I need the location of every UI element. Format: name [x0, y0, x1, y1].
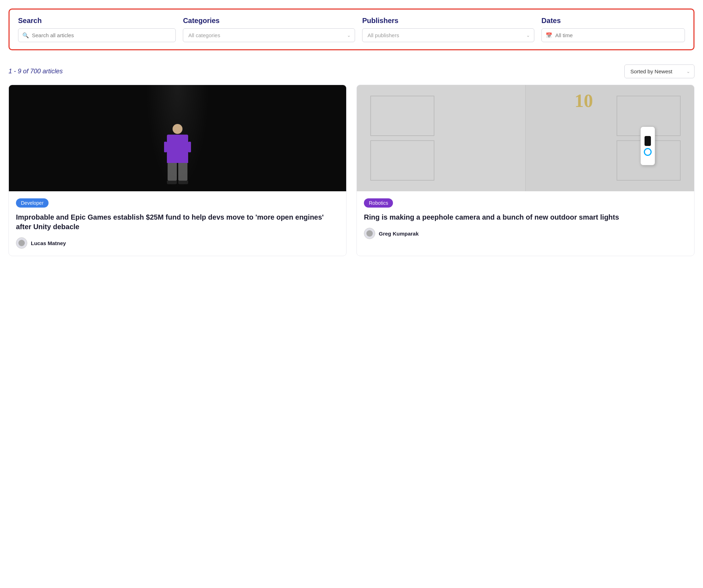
article-author: Lucas Matney — [16, 237, 339, 249]
door-scene: 10 — [357, 85, 694, 191]
article-card[interactable]: Developer Improbable and Epic Games esta… — [9, 85, 347, 256]
articles-grid: Developer Improbable and Epic Games esta… — [9, 85, 694, 256]
article-author: Greg Kumparak — [364, 228, 687, 239]
results-count: 1 - 9 of 700 articles — [9, 68, 63, 75]
search-label: Search — [18, 17, 176, 25]
author-avatar — [364, 228, 375, 239]
dates-filter-group: Dates 📅 — [541, 17, 685, 42]
article-title: Improbable and Epic Games establish $25M… — [16, 213, 339, 232]
author-name: Greg Kumparak — [379, 231, 419, 237]
publishers-select-wrapper: All publishers TechCrunch Wired The Verg… — [362, 28, 534, 42]
article-tag[interactable]: Robotics — [364, 198, 393, 208]
person-figure — [167, 124, 188, 184]
search-input-wrapper: 🔍 — [18, 28, 176, 42]
article-image-dark — [9, 85, 346, 191]
categories-filter-group: Categories All categories Developer Robo… — [183, 17, 355, 42]
publishers-label: Publishers — [362, 17, 534, 25]
dates-input[interactable] — [541, 28, 685, 42]
article-title: Ring is making a peephole camera and a b… — [364, 213, 687, 222]
categories-select[interactable]: All categories Developer Robotics Scienc… — [183, 28, 355, 42]
dates-label: Dates — [541, 17, 685, 25]
categories-select-wrapper: All categories Developer Robotics Scienc… — [183, 28, 355, 42]
article-tag[interactable]: Developer — [16, 198, 49, 208]
publishers-select[interactable]: All publishers TechCrunch Wired The Verg… — [362, 28, 534, 42]
door-number: 10 — [574, 90, 593, 111]
dates-input-wrapper: 📅 — [541, 28, 685, 42]
sort-select[interactable]: Sorted by Newest Sorted by Oldest Sorted… — [624, 64, 694, 78]
results-bar: 1 - 9 of 700 articles Sorted by Newest S… — [9, 64, 694, 78]
doorbell-device — [640, 126, 655, 165]
search-input[interactable] — [18, 28, 176, 42]
article-image-light: 10 — [357, 85, 694, 191]
filter-bar: Search 🔍 Categories All categories Devel… — [9, 9, 694, 50]
sort-wrapper: Sorted by Newest Sorted by Oldest Sorted… — [624, 64, 694, 78]
author-avatar — [16, 237, 27, 249]
search-filter-group: Search 🔍 — [18, 17, 176, 42]
author-name: Lucas Matney — [31, 240, 66, 246]
article-body: Developer Improbable and Epic Games esta… — [9, 191, 346, 256]
article-card[interactable]: 10 Robotics Ring is making a peephole ca… — [356, 85, 694, 256]
categories-label: Categories — [183, 17, 355, 25]
publishers-filter-group: Publishers All publishers TechCrunch Wir… — [362, 17, 534, 42]
article-body: Robotics Ring is making a peephole camer… — [357, 191, 694, 246]
